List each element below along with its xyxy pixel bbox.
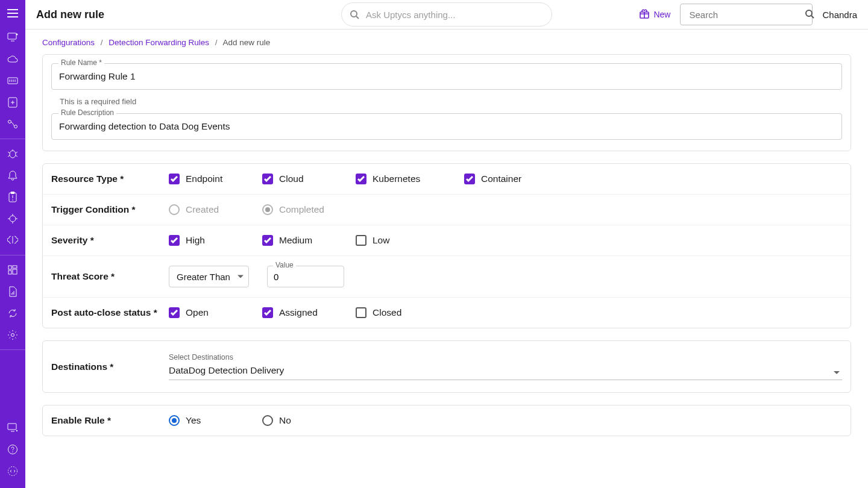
chevron-down-icon xyxy=(237,275,244,278)
checkbox-label: Low xyxy=(373,235,389,246)
search-icon xyxy=(350,10,359,19)
new-label: New xyxy=(653,10,670,19)
svg-point-5 xyxy=(14,125,17,128)
radio-icon xyxy=(169,204,180,215)
destinations-select[interactable]: DataDog Detection Delivery xyxy=(169,363,842,380)
checkbox-endpoint[interactable]: Endpoint xyxy=(169,174,232,184)
checkbox-icon xyxy=(262,174,273,184)
radio-icon xyxy=(262,204,273,215)
svg-point-19 xyxy=(8,467,17,476)
code-icon[interactable] xyxy=(0,460,25,482)
threat-score-operator-select[interactable]: Greater Than xyxy=(169,266,249,287)
checkbox-label: Kubernetes xyxy=(373,174,420,184)
row-severity: Severity * High Medium Low xyxy=(43,225,851,255)
checkbox-icon xyxy=(356,307,366,318)
shield-plus-icon[interactable] xyxy=(0,92,25,113)
card-enable-rule: Enable Rule * Yes No xyxy=(42,405,851,436)
radio-no[interactable]: No xyxy=(262,415,326,426)
radio-icon xyxy=(262,415,273,426)
search-input[interactable] xyxy=(688,9,805,20)
destinations-select-label: Select Destinations xyxy=(169,353,842,361)
monitor-icon[interactable] xyxy=(0,27,25,48)
radio-label: Completed xyxy=(279,204,324,215)
search-icon xyxy=(805,9,814,20)
svg-point-4 xyxy=(8,120,11,124)
checkbox-label: Closed xyxy=(373,307,401,318)
checkbox-high[interactable]: High xyxy=(169,235,232,246)
row-post-status: Post auto-close status * Open Assigned C… xyxy=(43,297,851,328)
crumb-configurations[interactable]: Configurations xyxy=(42,38,95,47)
checkbox-label: Medium xyxy=(279,235,312,246)
username[interactable]: Chandra xyxy=(822,10,857,20)
select-value: DataDog Detection Delivery xyxy=(169,365,284,375)
checkbox-open[interactable]: Open xyxy=(169,307,232,318)
radio-label: No xyxy=(279,415,291,426)
cloud-icon[interactable] xyxy=(0,48,25,70)
svg-rect-13 xyxy=(8,271,11,274)
breadcrumb: Configurations / Detection Forwarding Ru… xyxy=(42,30,851,54)
checkbox-icon xyxy=(262,235,273,246)
svg-point-1 xyxy=(16,34,18,36)
post-status-label: Post auto-close status * xyxy=(51,307,169,318)
checkbox-cloud[interactable]: Cloud xyxy=(262,174,326,184)
checkbox-label: Open xyxy=(186,307,209,318)
flow-icon[interactable] xyxy=(0,113,25,135)
target-icon[interactable] xyxy=(0,208,25,230)
new-button[interactable]: New xyxy=(639,9,670,20)
rule-description-input[interactable] xyxy=(51,113,842,140)
row-trigger-condition: Trigger Condition * Created Completed xyxy=(43,194,851,225)
ask-input[interactable] xyxy=(341,2,552,27)
card-destinations: Destinations * Select Destinations DataD… xyxy=(42,340,851,393)
brain-icon[interactable] xyxy=(0,230,25,251)
svg-rect-0 xyxy=(8,33,16,39)
svg-point-20 xyxy=(351,11,357,17)
rule-name-helper: This is a required field xyxy=(51,92,842,113)
dashboard-icon[interactable] xyxy=(0,259,25,281)
checkbox-kubernetes[interactable]: Kubernetes xyxy=(356,174,434,184)
menu-icon[interactable] xyxy=(0,0,25,27)
select-value: Greater Than xyxy=(177,272,230,282)
enable-rule-label: Enable Rule * xyxy=(51,415,169,426)
rule-name-input[interactable] xyxy=(51,63,842,90)
bell-icon[interactable] xyxy=(0,164,25,186)
checkbox-label: Assigned xyxy=(279,307,318,318)
svg-rect-2 xyxy=(8,78,17,84)
bug-icon[interactable] xyxy=(0,143,25,164)
checkbox-low[interactable]: Low xyxy=(356,235,434,246)
gift-icon xyxy=(639,9,650,20)
svg-rect-12 xyxy=(13,266,17,268)
svg-point-15 xyxy=(11,334,14,337)
svg-rect-11 xyxy=(8,266,11,269)
checkbox-container[interactable]: Container xyxy=(464,174,527,184)
checkbox-icon xyxy=(356,174,366,184)
barcode-icon[interactable] xyxy=(0,70,25,92)
report-icon[interactable] xyxy=(0,281,25,302)
checkbox-icon xyxy=(262,307,273,318)
checkbox-assigned[interactable]: Assigned xyxy=(262,307,326,318)
crumb-detection-rules[interactable]: Detection Forwarding Rules xyxy=(108,38,209,47)
global-search[interactable] xyxy=(680,4,813,25)
display-settings-icon[interactable] xyxy=(0,417,25,439)
checkbox-icon xyxy=(169,174,180,184)
radio-icon xyxy=(169,415,180,426)
help-icon[interactable] xyxy=(0,439,25,460)
card-criteria: Resource Type * Endpoint Cloud Kubernete… xyxy=(42,163,851,328)
checkbox-closed[interactable]: Closed xyxy=(356,307,434,318)
checkbox-icon xyxy=(356,235,366,246)
main: Configurations / Detection Forwarding Ru… xyxy=(25,30,868,488)
svg-point-9 xyxy=(12,199,13,201)
radio-label: Yes xyxy=(186,415,201,426)
checkbox-icon xyxy=(464,174,475,184)
refresh-icon[interactable] xyxy=(0,302,25,324)
rule-description-label: Rule Description xyxy=(58,108,116,117)
radio-yes[interactable]: Yes xyxy=(169,415,232,426)
checkbox-medium[interactable]: Medium xyxy=(262,235,326,246)
gear-icon[interactable] xyxy=(0,324,25,346)
svg-rect-16 xyxy=(8,424,16,430)
card-rule-basics: Rule Name * This is a required field Rul… xyxy=(42,54,851,151)
destinations-label: Destinations * xyxy=(51,361,169,372)
chevron-down-icon xyxy=(834,371,840,374)
crumb-current: Add new rule xyxy=(222,38,270,47)
top-bar: Add new rule New Chandra xyxy=(25,0,868,30)
clipboard-alert-icon[interactable] xyxy=(0,186,25,208)
